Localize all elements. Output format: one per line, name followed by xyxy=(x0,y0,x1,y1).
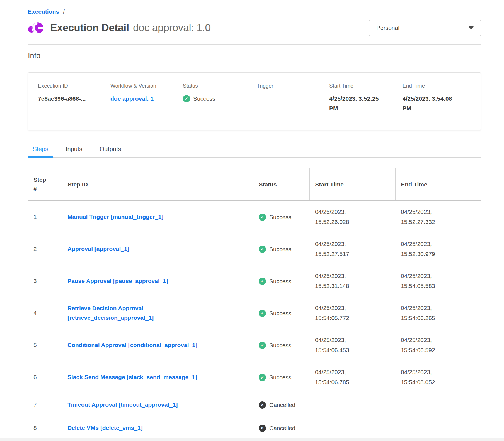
start-time-cell xyxy=(309,416,395,440)
start-time-cell: 04/25/2023,15:54:06.453 xyxy=(309,329,395,361)
step-link[interactable]: Retrieve Decision Approval [retrieve_dec… xyxy=(67,304,154,323)
status-badge: ✓ Success xyxy=(259,374,291,381)
breadcrumb-executions-link[interactable]: Executions xyxy=(28,8,59,15)
cancelled-icon: ✕ xyxy=(259,401,266,409)
step-number: 4 xyxy=(28,297,62,329)
page-title: Execution Detaildoc approval: 1.0 xyxy=(50,22,211,34)
step-link[interactable]: Pause Approval [pause_approval_1] xyxy=(67,276,168,286)
step-number: 6 xyxy=(28,361,62,393)
info-card: Execution ID 7e8ac396-a868-... Workflow … xyxy=(28,72,481,130)
info-label: Start Time xyxy=(329,83,396,89)
time-line: 15:54:06.785 xyxy=(315,377,392,387)
status-badge: ✓ Success xyxy=(259,278,291,285)
time-line: 15:54:08.052 xyxy=(401,377,478,387)
step-number: 7 xyxy=(28,393,62,416)
date-line: 04/25/2023, xyxy=(401,271,478,281)
end-time-cell: 04/25/2023,15:52:27.332 xyxy=(395,201,481,233)
page-bottom-strip xyxy=(0,438,504,441)
info-field-execution-id: Execution ID 7e8ac396-a868-... xyxy=(38,83,110,119)
step-number: 3 xyxy=(28,265,62,297)
table-row: 4 Retrieve Decision Approval [retrieve_d… xyxy=(28,297,481,329)
tab-steps[interactable]: Steps xyxy=(28,146,53,158)
table-row: 8 Delete VMs [delete_vms_1] ✕ Cancelled xyxy=(28,416,481,440)
tab-bar: Steps Inputs Outputs xyxy=(28,146,481,158)
info-label: Execution ID xyxy=(38,83,104,89)
info-label: Trigger xyxy=(257,83,323,89)
page-content: Executions / Execution Detaildoc approva… xyxy=(28,0,481,439)
table-row: 2 Approval [approval_1] ✓ Success 04/25/… xyxy=(28,233,481,265)
cancelled-icon: ✕ xyxy=(259,425,266,432)
table-row: 3 Pause Approval [pause_approval_1] ✓ Su… xyxy=(28,265,481,297)
time-line: 15:52:30.979 xyxy=(401,249,478,259)
status-text: Cancelled xyxy=(269,425,295,432)
status-text: Success xyxy=(269,310,291,317)
time-line: 15:52:27.517 xyxy=(315,249,392,259)
step-link[interactable]: Manual Trigger [manual_trigger_1] xyxy=(67,212,163,222)
time-line: 15:52:31.148 xyxy=(315,281,392,291)
start-time-cell: 04/25/2023,15:52:31.148 xyxy=(309,265,395,297)
info-section-title: Info xyxy=(28,52,481,60)
info-field-end-time: End Time 4/25/2023, 3:54:08 PM xyxy=(403,83,475,119)
date-line: 04/25/2023, xyxy=(315,367,392,377)
time-line: 15:54:05.583 xyxy=(401,281,478,291)
steps-table-body: 1 Manual Trigger [manual_trigger_1] ✓ Su… xyxy=(28,201,481,440)
success-icon: ✓ xyxy=(259,310,266,317)
date-line: 04/25/2023, xyxy=(401,207,478,217)
end-time-cell: 04/25/2023,15:54:06.592 xyxy=(395,329,481,361)
page-title-main: Execution Detail xyxy=(50,22,129,33)
time-line: 15:54:06.592 xyxy=(401,345,478,355)
end-time-cell xyxy=(395,393,481,416)
start-time-cell: 04/25/2023,15:54:06.785 xyxy=(309,361,395,393)
time-line: 15:52:27.332 xyxy=(401,217,478,227)
status-text: Success xyxy=(269,278,291,285)
status-badge: ✓ Success xyxy=(259,214,291,221)
status-text: Success xyxy=(269,342,291,349)
status-text: Success xyxy=(269,374,291,381)
start-time-cell: 04/25/2023,15:52:26.028 xyxy=(309,201,395,233)
step-link[interactable]: Slack Send Message [slack_send_message_1… xyxy=(67,372,197,382)
info-label: Workflow & Version xyxy=(110,83,176,89)
step-link[interactable]: Timeout Approval [timeout_approval_1] xyxy=(67,400,178,410)
end-time-cell: 04/25/2023,15:54:05.583 xyxy=(395,265,481,297)
table-row: 5 Conditional Approval [conditional_appr… xyxy=(28,329,481,361)
success-icon: ✓ xyxy=(259,278,266,285)
start-time-cell xyxy=(309,393,395,416)
date-line: 04/25/2023, xyxy=(401,367,478,377)
workflow-version-link[interactable]: doc approval: 1 xyxy=(110,94,176,103)
tab-outputs[interactable]: Outputs xyxy=(95,146,126,158)
tab-inputs[interactable]: Inputs xyxy=(61,146,87,158)
success-icon: ✓ xyxy=(259,214,266,221)
info-field-trigger: Trigger xyxy=(257,83,329,119)
time-line: 15:54:06.265 xyxy=(401,313,478,323)
step-link[interactable]: Approval [approval_1] xyxy=(67,244,129,254)
success-icon: ✓ xyxy=(259,246,266,253)
info-divider xyxy=(28,66,481,66)
column-header-status: Status xyxy=(253,168,309,201)
column-header-start-time: Start Time xyxy=(309,168,395,201)
date-line: 04/25/2023, xyxy=(315,271,392,281)
column-header-step-id: Step ID xyxy=(62,168,253,201)
info-field-workflow-version: Workflow & Version doc approval: 1 xyxy=(110,83,183,119)
end-time-cell xyxy=(395,416,481,440)
execution-id-value: 7e8ac396-a868-... xyxy=(38,94,104,103)
chevron-down-icon xyxy=(469,26,474,30)
execution-status-text: Success xyxy=(193,94,215,103)
workspace-dropdown[interactable]: Personal xyxy=(369,20,481,36)
status-text: Success xyxy=(269,246,291,253)
column-header-step-number: Step # xyxy=(28,168,62,201)
status-badge: ✓ Success xyxy=(259,310,291,317)
step-link[interactable]: Conditional Approval [conditional_approv… xyxy=(67,340,197,350)
end-time-value: 4/25/2023, 3:54:08 PM xyxy=(403,94,468,113)
start-time-cell: 04/25/2023,15:54:05.772 xyxy=(309,297,395,329)
execution-status: ✓ Success xyxy=(183,94,250,103)
steps-table-header: Step # Step ID Status Start Time End Tim… xyxy=(28,168,481,201)
info-field-status: Status ✓ Success xyxy=(183,83,257,119)
date-line: 04/25/2023, xyxy=(401,303,478,313)
workflow-brand-icon xyxy=(28,21,44,35)
info-label: End Time xyxy=(403,83,468,89)
step-link[interactable]: Delete VMs [delete_vms_1] xyxy=(67,423,143,433)
date-line: 04/25/2023, xyxy=(315,239,392,249)
breadcrumb: Executions / xyxy=(28,0,481,15)
info-field-start-time: Start Time 4/25/2023, 3:52:25 PM xyxy=(329,83,403,119)
date-line: 04/25/2023, xyxy=(401,335,478,345)
